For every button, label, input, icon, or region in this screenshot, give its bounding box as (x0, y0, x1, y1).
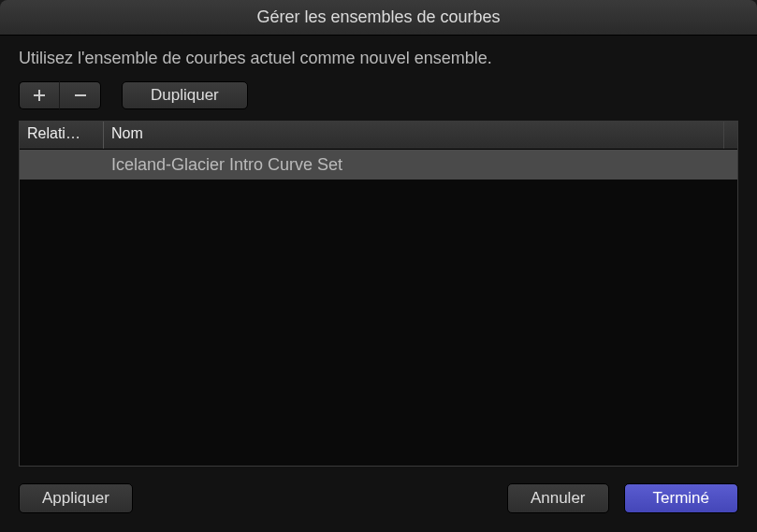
remove-button[interactable] (60, 81, 101, 109)
duplicate-button[interactable]: Dupliquer (122, 81, 248, 109)
apply-button[interactable]: Appliquer (19, 483, 133, 513)
table-rows: Iceland-Glacier Intro Curve Set (20, 150, 737, 466)
plus-icon (32, 88, 47, 103)
add-button[interactable] (19, 81, 60, 109)
table-body: Iceland-Glacier Intro Curve Set (20, 150, 737, 466)
scrollbar-gutter (724, 122, 737, 149)
cancel-button[interactable]: Annuler (507, 483, 609, 513)
column-header-name[interactable]: Nom (104, 122, 724, 149)
content-area: Utilisez l'ensemble de courbes actuel co… (0, 36, 757, 467)
title-bar: Gérer les ensembles de courbes (0, 0, 757, 36)
dialog-window: Gérer les ensembles de courbes Utilisez … (0, 0, 757, 532)
svg-rect-2 (75, 94, 86, 96)
dialog-footer: Appliquer Annuler Terminé (0, 467, 757, 532)
svg-rect-1 (34, 94, 45, 96)
window-title: Gérer les ensembles de courbes (256, 7, 500, 27)
description-text: Utilisez l'ensemble de courbes actuel co… (19, 49, 738, 68)
footer-right-group: Annuler Terminé (507, 483, 738, 513)
done-button[interactable]: Terminé (624, 483, 738, 513)
table-header: Relati… Nom (20, 122, 737, 150)
column-header-relative[interactable]: Relati… (20, 122, 104, 149)
toolbar: Dupliquer (19, 81, 738, 109)
cell-name: Iceland-Glacier Intro Curve Set (104, 155, 737, 175)
curve-set-table: Relati… Nom Iceland-Glacier Intro Curve … (19, 121, 738, 467)
table-row[interactable]: Iceland-Glacier Intro Curve Set (20, 150, 737, 180)
minus-icon (73, 88, 88, 103)
